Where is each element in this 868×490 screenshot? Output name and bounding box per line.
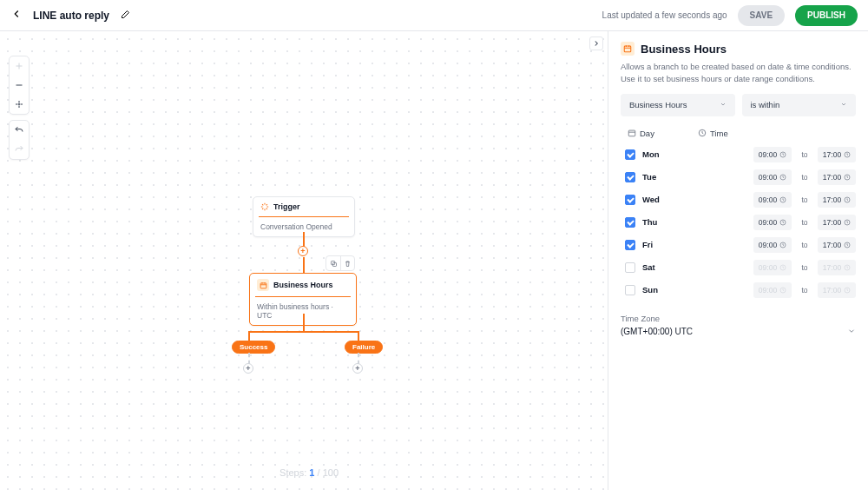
end-time-input: 17:00	[818, 282, 856, 298]
calendar-icon	[621, 42, 635, 56]
day-row: Sat09:00to17:00	[621, 256, 856, 279]
start-time-input[interactable]: 09:00	[753, 169, 792, 185]
add-success-step-button[interactable]: +	[243, 363, 253, 374]
publish-button[interactable]: PUBLISH	[795, 5, 858, 26]
calendar-icon	[628, 129, 636, 137]
day-checkbox[interactable]	[625, 195, 635, 205]
collapse-panel-button[interactable]	[589, 36, 603, 50]
svg-rect-3	[260, 282, 266, 288]
start-time-input[interactable]: 09:00	[753, 147, 792, 162]
svg-rect-5	[628, 130, 635, 136]
end-time-input[interactable]: 17:00	[818, 169, 856, 185]
day-checkbox[interactable]	[625, 285, 635, 295]
chevron-down-icon	[720, 100, 727, 109]
day-column-header: Day	[628, 129, 654, 138]
chevron-down-icon	[847, 327, 856, 337]
day-label: Wed	[642, 195, 667, 204]
undo-button[interactable]	[10, 121, 29, 140]
zoom-in-button[interactable]	[10, 56, 29, 76]
zoom-out-button[interactable]	[10, 76, 29, 95]
day-checkbox[interactable]	[625, 149, 635, 160]
trigger-node-title: Trigger	[273, 202, 300, 211]
edit-title-button[interactable]	[120, 8, 130, 23]
day-checkbox[interactable]	[625, 217, 635, 228]
to-label: to	[799, 263, 811, 272]
condition-type-select[interactable]: Business Hours	[621, 94, 735, 116]
day-checkbox[interactable]	[625, 172, 635, 182]
fit-view-button[interactable]	[10, 95, 29, 114]
time-column-header: Time	[698, 129, 728, 138]
settings-panel: Business Hours Allows a branch to be cre…	[608, 31, 868, 490]
branch-failure[interactable]: Failure	[345, 341, 383, 354]
day-checkbox[interactable]	[625, 262, 635, 273]
condition-match-select[interactable]: is within	[742, 94, 857, 116]
start-time-input[interactable]: 09:00	[753, 237, 792, 253]
day-row: Thu09:00to17:00	[621, 211, 856, 234]
save-button[interactable]: SAVE	[738, 5, 786, 26]
svg-rect-4	[624, 46, 631, 52]
day-label: Fri	[642, 240, 667, 249]
day-label: Mon	[642, 149, 667, 159]
back-button[interactable]	[10, 8, 23, 23]
to-label: to	[799, 218, 811, 227]
start-time-input: 09:00	[753, 282, 792, 298]
day-label: Tue	[642, 172, 667, 182]
day-row: Fri09:00to17:00	[621, 234, 856, 256]
day-checkbox[interactable]	[625, 240, 635, 250]
end-time-input[interactable]: 17:00	[818, 237, 856, 253]
end-time-input[interactable]: 17:00	[818, 147, 856, 162]
duplicate-node-button[interactable]	[326, 256, 340, 270]
end-time-input[interactable]: 17:00	[818, 192, 856, 208]
node-action-bar	[326, 255, 355, 271]
branch-success[interactable]: Success	[232, 341, 275, 354]
day-row: Sun09:00to17:00	[621, 279, 856, 301]
panel-description: Allows a branch to be created based on d…	[621, 61, 856, 85]
topbar: LINE auto reply Last updated a few secon…	[0, 0, 868, 31]
to-label: to	[799, 195, 811, 204]
trigger-node[interactable]: Trigger Conversation Opened	[253, 196, 355, 237]
to-label: to	[799, 150, 811, 159]
day-label: Sat	[642, 262, 667, 272]
day-label: Sun	[642, 285, 667, 295]
panel-title: Business Hours	[641, 43, 727, 56]
end-time-input: 17:00	[818, 260, 856, 275]
delete-node-button[interactable]	[340, 256, 354, 270]
timezone-select[interactable]: (GMT+00:00) UTC	[621, 327, 856, 337]
redo-button[interactable]	[10, 140, 29, 159]
clock-icon	[698, 129, 707, 137]
day-row: Wed09:00to17:00	[621, 189, 856, 211]
end-time-input[interactable]: 17:00	[818, 215, 856, 230]
timezone-label: Time Zone	[621, 314, 856, 323]
start-time-input[interactable]: 09:00	[753, 192, 792, 208]
workflow-canvas[interactable]: Trigger Conversation Opened + Business H…	[0, 31, 608, 490]
canvas-tools	[9, 56, 30, 160]
calendar-icon	[257, 279, 269, 291]
day-row: Mon09:00to17:00	[621, 143, 856, 166]
svg-point-0	[18, 103, 20, 105]
add-step-button[interactable]: +	[298, 246, 308, 256]
start-time-input: 09:00	[753, 260, 792, 275]
last-updated-label: Last updated a few seconds ago	[602, 10, 727, 20]
connector-hline	[248, 331, 359, 333]
to-label: to	[799, 286, 811, 295]
trigger-icon	[260, 202, 269, 211]
day-row: Tue09:00to17:00	[621, 166, 856, 189]
connector-line	[303, 257, 305, 273]
steps-counter: Steps: 1 / 100	[279, 467, 339, 478]
start-time-input[interactable]: 09:00	[753, 215, 792, 230]
chevron-down-icon	[840, 100, 847, 109]
day-label: Thu	[642, 217, 667, 227]
connector-line	[303, 314, 305, 331]
to-label: to	[799, 173, 811, 182]
workflow-title: LINE auto reply	[33, 10, 109, 22]
business-hours-node-title: Business Hours	[273, 281, 333, 289]
add-failure-step-button[interactable]: +	[352, 363, 363, 374]
to-label: to	[799, 241, 811, 249]
